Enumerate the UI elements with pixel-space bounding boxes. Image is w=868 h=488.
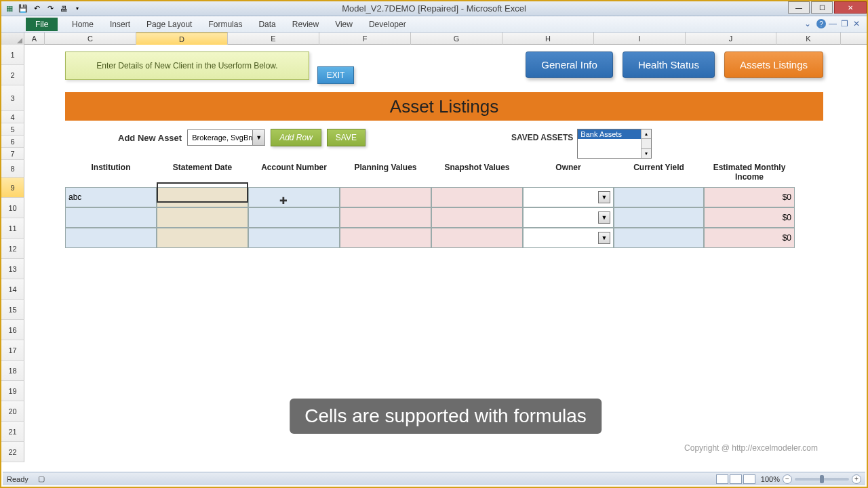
nav-health-status[interactable]: Health Status (623, 52, 715, 78)
scroll-up-icon[interactable]: ▴ (642, 129, 651, 139)
row-22[interactable]: 22 (1, 442, 24, 462)
row-18[interactable]: 18 (1, 361, 24, 381)
undo-icon[interactable]: ↶ (31, 3, 42, 14)
cell-owner[interactable]: ▼ (523, 187, 614, 207)
col-C[interactable]: C (45, 33, 136, 45)
cell-snapshot-values[interactable] (431, 207, 523, 228)
cell-account-number[interactable] (248, 187, 340, 207)
row-16[interactable]: 16 (1, 320, 24, 340)
col-E[interactable]: E (228, 33, 319, 45)
cell-statement-date[interactable] (157, 228, 248, 248)
row-13[interactable]: 13 (1, 259, 24, 279)
cell-account-number[interactable] (248, 228, 340, 248)
row-15[interactable]: 15 (1, 300, 24, 320)
cell-planning-values[interactable] (340, 207, 431, 228)
cell-institution[interactable] (65, 207, 157, 228)
window-restore-icon[interactable]: ❐ (841, 19, 850, 28)
ribbon-minimize-icon[interactable]: ⌄ (804, 19, 814, 28)
chevron-down-icon[interactable]: ▼ (252, 130, 264, 145)
add-row-button[interactable]: Add Row (271, 129, 321, 146)
page-break-view-icon[interactable] (743, 474, 755, 484)
cell-est-income[interactable]: $0 (704, 207, 795, 228)
tab-review[interactable]: Review (284, 17, 327, 32)
window-minimize-icon[interactable]: — (829, 19, 838, 28)
saved-assets-listbox[interactable]: Bank Assets ▴ ▾ (577, 129, 652, 159)
row-2[interactable]: 2 (1, 65, 24, 85)
redo-icon[interactable]: ↷ (45, 3, 56, 14)
tab-insert[interactable]: Insert (102, 17, 138, 32)
cell-snapshot-values[interactable] (431, 187, 523, 207)
row-12[interactable]: 12 (1, 239, 24, 259)
row-9[interactable]: 9 (1, 178, 24, 198)
row-20[interactable]: 20 (1, 401, 24, 422)
saved-asset-item[interactable]: Bank Assets (578, 129, 651, 139)
chevron-down-icon[interactable]: ▼ (598, 211, 610, 224)
row-21[interactable]: 21 (1, 422, 24, 442)
page-layout-view-icon[interactable] (730, 474, 742, 484)
save-button[interactable]: SAVE (327, 129, 366, 146)
maximize-button[interactable]: ☐ (811, 1, 833, 14)
row-14[interactable]: 14 (1, 279, 24, 300)
row-17[interactable]: 17 (1, 340, 24, 361)
row-8[interactable]: 8 (1, 160, 24, 178)
col-H[interactable]: H (502, 33, 594, 45)
cell-institution[interactable]: abc (65, 187, 157, 207)
zoom-out-button[interactable]: − (783, 474, 792, 484)
tab-data[interactable]: Data (250, 17, 283, 32)
cell-current-yield[interactable] (614, 228, 704, 248)
row-7[interactable]: 7 (1, 148, 24, 160)
tab-developer[interactable]: Developer (361, 17, 414, 32)
nav-general-info[interactable]: General Info (526, 52, 613, 78)
cell-owner[interactable]: ▼ (523, 207, 614, 228)
exit-button[interactable]: EXIT (317, 66, 354, 84)
cell-statement-date[interactable] (157, 207, 248, 228)
row-5[interactable]: 5 (1, 123, 24, 136)
cell-est-income[interactable]: $0 (704, 187, 795, 207)
chevron-down-icon[interactable]: ▼ (598, 191, 610, 203)
qat-more-icon[interactable]: ▾ (72, 3, 83, 14)
row-1[interactable]: 1 (1, 45, 24, 65)
cell-account-number[interactable] (248, 207, 340, 228)
normal-view-icon[interactable] (716, 474, 728, 484)
row-11[interactable]: 11 (1, 218, 24, 239)
cell-current-yield[interactable] (614, 187, 704, 207)
zoom-slider[interactable] (795, 478, 849, 481)
window-close-icon[interactable]: ✕ (853, 19, 863, 28)
listbox-scrollbar[interactable]: ▴ ▾ (641, 129, 651, 158)
tab-formulas[interactable]: Formulas (200, 17, 250, 32)
macro-record-icon[interactable]: ▢ (38, 474, 45, 483)
print-preview-icon[interactable]: 🖶 (58, 3, 69, 14)
col-G[interactable]: G (411, 33, 502, 45)
zoom-level[interactable]: 100% (761, 475, 780, 483)
col-K[interactable]: K (776, 33, 841, 45)
close-button[interactable]: ✕ (834, 1, 867, 14)
row-10[interactable]: 10 (1, 198, 24, 218)
sheet-content[interactable]: Enter Details of New Client in the Userf… (24, 45, 867, 473)
cell-planning-values[interactable] (340, 228, 431, 248)
cell-statement-date[interactable] (157, 187, 248, 207)
col-A[interactable]: A (24, 33, 45, 45)
select-all-button[interactable] (1, 33, 24, 45)
tab-home[interactable]: Home (64, 17, 102, 32)
nav-assets-listings[interactable]: Assets Listings (724, 52, 823, 78)
minimize-button[interactable]: — (788, 1, 810, 14)
row-19[interactable]: 19 (1, 381, 24, 401)
col-F[interactable]: F (319, 33, 411, 45)
cell-current-yield[interactable] (614, 207, 704, 228)
cell-owner[interactable]: ▼ (523, 228, 614, 248)
row-4[interactable]: 4 (1, 111, 24, 123)
chevron-down-icon[interactable]: ▼ (598, 232, 610, 244)
col-D[interactable]: D (136, 33, 228, 45)
cell-est-income[interactable]: $0 (704, 228, 795, 248)
cell-planning-values[interactable] (340, 187, 431, 207)
tab-page-layout[interactable]: Page Layout (138, 17, 200, 32)
asset-type-combo[interactable]: Brokerage, SvgBnds ▼ (187, 129, 265, 146)
tab-view[interactable]: View (327, 17, 361, 32)
row-3[interactable]: 3 (1, 85, 24, 111)
row-6[interactable]: 6 (1, 136, 24, 148)
save-icon[interactable]: 💾 (18, 3, 28, 14)
scroll-down-icon[interactable]: ▾ (642, 148, 651, 158)
file-tab[interactable]: File (26, 18, 58, 31)
help-icon[interactable]: ? (816, 19, 826, 28)
zoom-in-button[interactable]: + (852, 474, 861, 484)
